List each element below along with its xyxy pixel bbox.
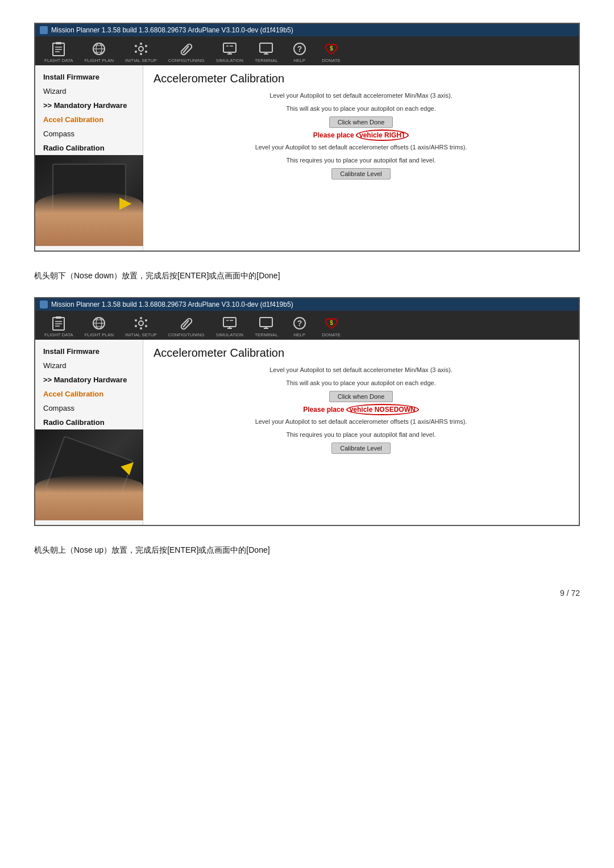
main-desc2-1: This will ask you to place your autopilo… [154,104,569,114]
app-icon-1 [40,26,48,34]
main-content-1: Accelerometer Calibration Level your Aut… [143,65,579,251]
main-title-1: Accelerometer Calibration [154,72,569,85]
monitor-icon-2 [221,315,239,331]
toolbar-flight-data-1[interactable]: FLIGHT DATA [40,39,78,65]
toolbar-flight-plan-2[interactable]: FLIGHT PLAN [80,313,118,340]
monitor-icon-1 [221,41,239,57]
svg-point-44 [145,325,147,327]
sidebar-mandatory-hw-2[interactable]: >> Mandatory Hardware [35,373,143,387]
terminal-icon-2 [257,315,275,331]
sidebar-install-firmware-2[interactable]: Install Firmware [35,344,143,358]
toolbar-label-flight-plan-1: FLIGHT PLAN [85,58,114,63]
toolbar-label-flight-data-2: FLIGHT DATA [44,332,73,337]
svg-rect-1 [56,42,61,44]
svg-text:$: $ [330,320,333,326]
globe-icon-1 [90,41,108,57]
toolbar-simulation-1[interactable]: SIMULATION [211,39,248,65]
toolbar-terminal-2[interactable]: TERMINAL [250,313,282,340]
toolbar-label-initial-setup-1: INITIAL SETUP [125,58,157,63]
svg-rect-22 [260,43,272,52]
main-desc3-1: Level your Autopilot to set default acce… [154,143,569,152]
toolbar-initial-setup-2[interactable]: INITIAL SETUP [121,313,161,340]
toolbar-label-terminal-1: TERMINAL [255,58,277,63]
toolbar-label-config-1: CONFIG/TUNING [168,58,205,63]
toolbar-label-flight-data-1: FLIGHT DATA [44,58,73,63]
vehicle-position-right: vehicle RIGHT [356,130,409,141]
page-number: 9 / 72 [34,589,580,598]
main-desc4-1: This requires you to place your autopilo… [154,156,569,165]
toolbar-donate-2[interactable]: $ DONATE [317,313,346,340]
click-when-done-btn-1[interactable]: Click when Done [329,116,393,128]
click-when-done-btn-2[interactable]: Click when Done [329,391,393,402]
toolbar-flight-data-2[interactable]: FLIGHT DATA [40,313,78,340]
sidebar-radio-cal-1[interactable]: Radio Calibration [35,141,143,155]
toolbar-donate-1[interactable]: $ DONATE [317,39,346,65]
arrow-indicator-1: ▶ [119,193,132,212]
gear-icon-1 [132,41,150,57]
toolbar-simulation-2[interactable]: SIMULATION [211,313,248,340]
svg-rect-50 [260,318,272,327]
sidebar-2: Install Firmware Wizard >> Mandatory Har… [35,340,143,525]
toolbar-2: FLIGHT DATA FLIGHT PLAN [35,311,579,340]
mission-planner-window-1: Mission Planner 1.3.58 build 1.3.6808.29… [34,23,580,252]
mission-planner-window-2: Mission Planner 1.3.58 build 1.3.6808.29… [34,297,580,526]
sidebar-accel-cal-2[interactable]: Accel Calibration [35,387,143,401]
toolbar-label-help-1: HELP [293,58,305,63]
svg-point-40 [140,327,142,329]
svg-point-42 [145,319,147,322]
terminal-icon-1 [257,41,275,57]
titlebar-text-1: Mission Planner 1.3.58 build 1.3.6808.29… [51,26,293,34]
main-desc2-2: This will ask you to place your autopilo… [154,378,569,388]
sidebar-wizard-1[interactable]: Wizard [35,84,143,98]
sidebar-compass-2[interactable]: Compass [35,401,143,415]
svg-point-14 [145,45,147,47]
sidebar-mandatory-hw-1[interactable]: >> Mandatory Hardware [35,98,143,112]
svg-point-39 [140,317,142,319]
toolbar-terminal-1[interactable]: TERMINAL [250,39,282,65]
sidebar-compass-1[interactable]: Compass [35,127,143,141]
sidebar-wizard-2[interactable]: Wizard [35,358,143,373]
toolbar-initial-setup-1[interactable]: INITIAL SETUP [121,39,161,65]
globe-icon-2 [90,315,108,331]
svg-point-38 [139,321,143,326]
mp-body-1: Install Firmware Wizard >> Mandatory Har… [35,65,579,251]
calibrate-level-btn-1[interactable]: Calibrate Level [331,168,390,180]
main-desc1-1: Level your Autopilot to set default acce… [154,91,569,101]
toolbar-label-config-2: CONFIG/TUNING [168,332,205,337]
sidebar-image-2: ▶ [35,429,143,520]
toolbar-help-2[interactable]: ? HELP [285,313,314,340]
titlebar-2: Mission Planner 1.3.58 build 1.3.6808.29… [35,298,579,311]
sidebar-accel-cal-1[interactable]: Accel Calibration [35,112,143,127]
svg-text:?: ? [297,319,302,328]
caption-2: 机头朝上（Nose up）放置，完成后按[ENTER]或点画面中的[Done] [34,545,580,556]
wrench-icon-2 [177,315,196,331]
main-desc4-2: This requires you to place your autopilo… [154,430,569,440]
toolbar-label-simulation-1: SIMULATION [216,58,243,63]
gear-icon-2 [132,315,150,331]
titlebar-1: Mission Planner 1.3.58 build 1.3.6808.29… [35,24,579,36]
donate-icon-1: $ [322,41,341,57]
svg-point-12 [140,53,142,55]
toolbar-label-initial-setup-2: INITIAL SETUP [125,332,157,337]
svg-rect-17 [223,43,236,52]
question-icon-2: ? [291,315,309,331]
sidebar-radio-cal-2[interactable]: Radio Calibration [35,415,143,429]
svg-point-13 [135,45,137,47]
toolbar-1: FLIGHT DATA FLIGHT PLAN [35,36,579,65]
titlebar-text-2: Mission Planner 1.3.58 build 1.3.6808.29… [51,301,293,308]
toolbar-config-1[interactable]: CONFIG/TUNING [164,39,209,65]
toolbar-help-1[interactable]: ? HELP [285,39,314,65]
calibrate-level-btn-2[interactable]: Calibrate Level [331,443,390,454]
toolbar-label-help-2: HELP [293,332,305,337]
donate-icon-2: $ [322,315,341,331]
sidebar-image-1: ▶ [35,155,143,246]
sidebar-install-firmware-1[interactable]: Install Firmware [35,70,143,84]
toolbar-flight-plan-1[interactable]: FLIGHT PLAN [80,39,118,65]
toolbar-label-flight-plan-2: FLIGHT PLAN [85,332,114,337]
toolbar-label-terminal-2: TERMINAL [255,332,277,337]
mp-body-2: Install Firmware Wizard >> Mandatory Har… [35,340,579,525]
svg-rect-29 [56,316,61,319]
vehicle-position-nosedown: vehicle NOSEDOWN [346,404,419,415]
app-icon-2 [40,301,48,308]
toolbar-config-2[interactable]: CONFIG/TUNING [164,313,209,340]
